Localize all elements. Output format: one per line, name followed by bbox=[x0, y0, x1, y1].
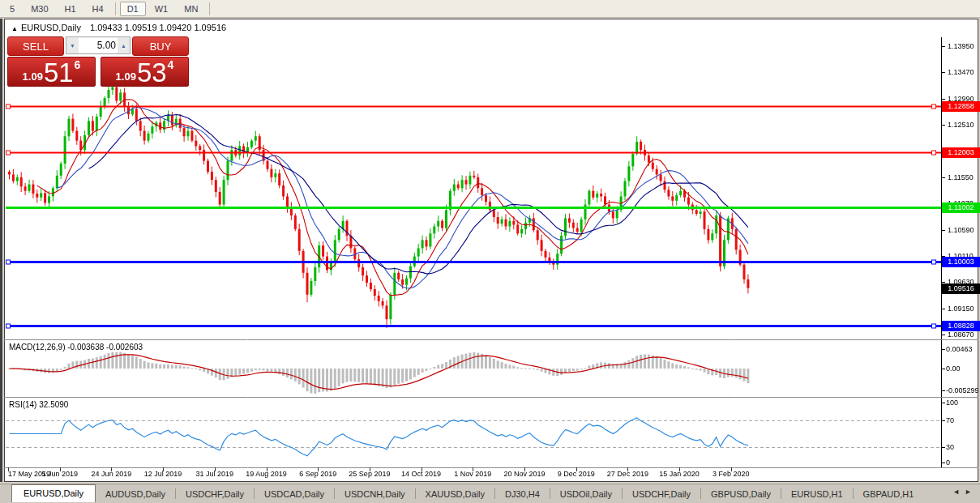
chevron-down-icon: ▼ bbox=[70, 43, 75, 49]
chevron-up-icon: ▲ bbox=[121, 43, 126, 49]
tab-scroll-controls: ◄► bbox=[952, 488, 977, 496]
buy-button[interactable]: BUY bbox=[132, 36, 189, 56]
sell-price-prefix: 1.09 bbox=[23, 71, 43, 82]
sell-button[interactable]: SELL bbox=[7, 36, 64, 56]
buy-price-pip: 4 bbox=[168, 58, 174, 71]
volume-input[interactable] bbox=[79, 38, 118, 53]
chart-title: ▲EURUSD,Daily 1.09433 1.09519 1.09420 1.… bbox=[11, 23, 226, 32]
symbol-period-label: EURUSD,Daily bbox=[21, 23, 81, 32]
volume-increase-button[interactable]: ▲ bbox=[118, 37, 130, 53]
tab-scroll-right-icon[interactable]: ► bbox=[965, 488, 977, 496]
volume-stepper: ▼ ▲ bbox=[66, 36, 131, 54]
volume-decrease-button[interactable]: ▼ bbox=[66, 37, 79, 53]
buy-price-big-digits: 53 bbox=[137, 62, 167, 84]
ohlc-values: 1.09433 1.09519 1.09420 1.09516 bbox=[90, 23, 226, 32]
sell-price-pip: 6 bbox=[75, 58, 81, 71]
trade-controls-row: SELL ▼ ▲ BUY bbox=[7, 36, 189, 55]
buy-price-display[interactable]: 1.09 53 4 bbox=[101, 57, 189, 87]
collapse-triangle-icon: ▲ bbox=[11, 25, 18, 32]
one-click-trade-panel: SELL ▼ ▲ BUY 1.09 51 6 1.09 53 4 bbox=[7, 36, 189, 87]
sell-price-display[interactable]: 1.09 51 6 bbox=[7, 57, 96, 87]
buy-price-prefix: 1.09 bbox=[116, 71, 136, 82]
tab-scroll-left-icon[interactable]: ◄ bbox=[952, 488, 965, 496]
sell-price-big-digits: 51 bbox=[44, 62, 74, 84]
